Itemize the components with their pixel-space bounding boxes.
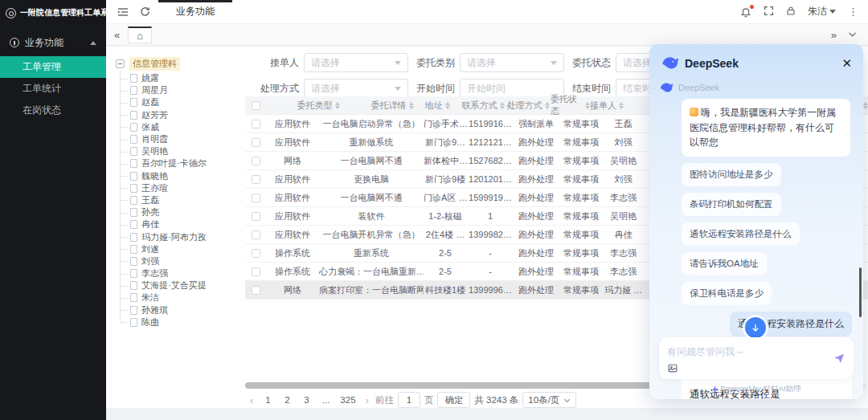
tree-member-item[interactable]: 吾尔叶提·卡德尔 [120, 157, 236, 169]
top-navbar: 业务功能 朱洁 ⋮ [106, 0, 868, 24]
sort-icon[interactable] [445, 102, 450, 109]
tree-member-item[interactable]: 王亦瑄 [120, 182, 236, 194]
cell-assignee: 李志强 [604, 192, 643, 204]
tree-member-name: 孙雅琪 [141, 304, 168, 316]
page-button[interactable]: 325 [337, 392, 358, 408]
document-icon [130, 220, 137, 229]
row-checkbox[interactable] [252, 212, 260, 221]
sort-icon[interactable] [863, 102, 868, 109]
table-column-header[interactable]: 联系方式 [461, 100, 506, 112]
fullscreen-icon[interactable] [764, 5, 774, 19]
tree-member-item[interactable]: 赵芳芳 [120, 109, 236, 121]
tags-scroll-left-icon[interactable]: « [114, 30, 120, 40]
assignee-select[interactable]: 请选择 [304, 53, 408, 72]
table-column-header[interactable]: 委托类型 [266, 100, 371, 112]
table-column-header[interactable]: 委托详情 [371, 100, 414, 112]
row-checkbox[interactable] [252, 175, 260, 184]
tree-member-item[interactable]: 张威 [120, 121, 236, 133]
tags-menu-icon[interactable] [848, 27, 857, 42]
tree-member-item[interactable]: 肖明霞 [120, 133, 236, 145]
send-icon[interactable] [833, 352, 845, 365]
row-checkbox[interactable] [252, 230, 260, 239]
tree-member-item[interactable]: 陈曲 [120, 316, 236, 328]
chat-scrollbar[interactable] [859, 267, 862, 317]
tree-member-item[interactable]: 刘遂 [120, 243, 236, 255]
goto-page-input[interactable] [398, 392, 420, 408]
confirm-button[interactable]: 确定 [437, 392, 470, 408]
suggested-question-chip[interactable]: 请告诉我OA地址 [682, 252, 767, 275]
close-icon[interactable]: ✕ [841, 57, 852, 69]
tree-root-node[interactable]: 信息管理科 [116, 56, 236, 71]
tree-member-item[interactable]: 赵磊 [120, 96, 236, 108]
document-icon [130, 172, 137, 181]
sort-icon[interactable] [619, 102, 624, 109]
scrollbar-thumb[interactable] [245, 382, 717, 389]
collapse-node-icon[interactable] [116, 59, 125, 68]
suggested-question-chip[interactable]: 图特访问地址是多少 [682, 163, 781, 186]
row-checkbox[interactable] [252, 194, 260, 202]
sort-icon[interactable] [545, 102, 550, 109]
sidebar-item-on-duty-status[interactable]: 在岗状态 [0, 100, 106, 121]
row-checkbox[interactable] [252, 138, 260, 147]
row-checkbox[interactable] [252, 157, 260, 165]
row-checkbox[interactable] [252, 286, 260, 295]
tree-member-item[interactable]: 吴明艳 [120, 145, 236, 157]
chat-input[interactable] [667, 346, 826, 357]
next-page-icon[interactable]: › [363, 394, 371, 406]
tree-member-item[interactable]: 孙亮 [120, 206, 236, 218]
sidebar-group-business[interactable]: 业务功能 [0, 29, 106, 56]
page-button[interactable]: 1 [260, 392, 276, 408]
tree-member-item[interactable]: 艾海提·艾合买提 [120, 279, 236, 292]
select-all-header[interactable] [245, 101, 266, 110]
sort-icon[interactable] [335, 102, 340, 109]
attach-image-icon[interactable] [667, 363, 678, 373]
row-checkbox[interactable] [252, 120, 260, 128]
lock-icon[interactable] [786, 5, 796, 19]
notifications-bell-icon[interactable] [740, 6, 751, 18]
tree-member-item[interactable]: 王磊 [120, 194, 236, 206]
tab-business-functions[interactable]: 业务功能 [158, 0, 232, 23]
page-size-select[interactable]: 10条/页 [522, 392, 576, 408]
tree-member-item[interactable]: 朱洁 [120, 292, 236, 304]
row-checkbox[interactable] [252, 267, 260, 276]
table-column-header[interactable]: 地址 [414, 100, 461, 112]
tree-member-item[interactable]: 刘强 [120, 255, 236, 267]
sort-icon[interactable] [500, 102, 505, 109]
sidebar-item-work-order-stats[interactable]: 工单统计 [0, 78, 106, 100]
page-button[interactable]: 3 [298, 392, 314, 408]
tree-member-name: 吴明艳 [141, 145, 168, 157]
suggested-question-chip[interactable]: 条码打印机如何配置 [682, 193, 781, 216]
cell-assignee: 李志强 [604, 247, 643, 259]
table-column-header[interactable]: 处理方式 [506, 100, 551, 112]
tree-member-item[interactable]: 冉佳 [120, 218, 236, 230]
method-select[interactable]: 请选择 [304, 79, 408, 98]
tree-member-item[interactable]: 玛力娅·阿布力孜 [120, 230, 236, 243]
start-time-input[interactable]: 开始时间 [460, 79, 564, 98]
table-column-header[interactable]: 委托状态 [551, 93, 590, 117]
sidebar-item-work-orders[interactable]: 工单管理 [0, 56, 106, 78]
home-tab[interactable]: ⌂ [128, 27, 152, 43]
tree-member-item[interactable]: 孙雅琪 [120, 304, 236, 316]
collapse-sidebar-icon[interactable] [117, 6, 129, 18]
tree-member-item[interactable]: 周星月 [120, 84, 236, 96]
user-menu[interactable]: 朱洁 [808, 5, 836, 18]
app-logo-row: 一附院信息管理科工单系统 [0, 0, 106, 26]
prev-page-icon[interactable]: ‹ [248, 394, 256, 406]
tree-member-item[interactable]: 魏晓艳 [120, 170, 236, 182]
select-all-checkbox[interactable] [252, 101, 260, 110]
document-icon [130, 196, 137, 205]
tree-member-item[interactable]: 李志强 [120, 267, 236, 279]
page-button[interactable]: ... [317, 392, 334, 408]
tags-scroll-right-icon[interactable]: » [831, 30, 837, 40]
scroll-to-bottom-button[interactable] [745, 317, 766, 338]
suggested-question-chip[interactable]: 通软远程安装路径是什么 [682, 222, 800, 246]
refresh-icon[interactable] [140, 6, 150, 17]
page-button[interactable]: 2 [279, 392, 295, 408]
sort-icon[interactable] [409, 102, 414, 109]
more-options-icon[interactable]: ⋮ [848, 6, 858, 18]
tree-member-item[interactable]: 姚露 [120, 72, 236, 84]
row-checkbox[interactable] [252, 249, 260, 258]
suggested-question-chip[interactable]: 保卫科电话是多少 [682, 282, 772, 305]
cell-status: 常规事项 [559, 155, 604, 167]
category-select[interactable]: 请选择 [460, 53, 564, 72]
